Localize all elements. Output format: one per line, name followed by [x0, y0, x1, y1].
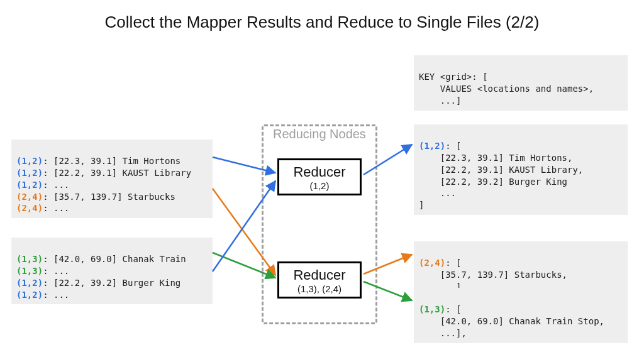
- reducer-1-title: Reducer: [283, 164, 356, 180]
- reducer-1-sub: (1,2): [283, 180, 356, 191]
- key-13: (1,3): [16, 254, 43, 264]
- reducer-1: Reducer (1,2): [277, 158, 362, 195]
- m2-l4: : ...: [43, 290, 69, 300]
- o12-l5: ...: [419, 188, 456, 198]
- reducer-2-sub: (1,3), (2,4): [283, 283, 356, 294]
- reducer-2: Reducer (1,3), (2,4): [277, 261, 362, 299]
- key-12: (1,2): [16, 156, 43, 166]
- m1-l1: : [22.3, 39.1] Tim Hortons: [43, 156, 180, 166]
- key-12: (1,2): [16, 278, 43, 288]
- o12-l2: [22.3, 39.1] Tim Hortons,: [419, 153, 572, 163]
- m2-l1: : [42.0, 69.0] Chanak Train: [43, 254, 186, 264]
- reducing-nodes-label: Reducing Nodes: [273, 127, 366, 141]
- diagram-stage: Collect the Mapper Results and Reduce to…: [0, 0, 644, 362]
- key-12: (1,2): [16, 290, 43, 300]
- m2-l3: : [22.2, 39.2] Burger King: [43, 278, 180, 288]
- schema-l1: KEY <grid>: [: [419, 72, 488, 82]
- o12-l4: [22.2, 39.2] Burger King: [419, 177, 567, 187]
- m1-l2: : [22.2, 39.1] KAUST Library: [43, 168, 191, 178]
- o12-l1: : [: [445, 141, 461, 151]
- mapper-input-2: (1,3): [42.0, 69.0] Chanak Train (1,3): …: [11, 238, 213, 304]
- page-title: Collect the Mapper Results and Reduce to…: [0, 13, 644, 32]
- o13-l3: ...],: [419, 328, 467, 338]
- key-24: (2,4): [419, 258, 445, 268]
- o24-l1: : [: [445, 258, 461, 268]
- schema-l3: ...]: [419, 96, 461, 106]
- output-12: (1,2): [ [22.3, 39.1] Tim Hortons, [22.2…: [414, 124, 628, 215]
- mapper-input-1: (1,2): [22.3, 39.1] Tim Hortons (1,2): […: [11, 140, 213, 218]
- m1-l4: : [35.7, 139.7] Starbucks: [43, 192, 175, 202]
- schema-box: KEY <grid>: [ VALUES <locations and name…: [414, 55, 628, 111]
- o24-l2: [35.7, 139.7] Starbucks,: [419, 270, 567, 280]
- key-13: (1,3): [16, 266, 43, 276]
- key-13: (1,3): [419, 304, 445, 314]
- m2-l2: : ...: [43, 266, 69, 276]
- output-13: (1,3): [ [42.0, 69.0] Chanak Train Stop,…: [414, 288, 628, 343]
- m1-l3: : ...: [43, 180, 69, 190]
- o12-l6: ]: [419, 200, 424, 210]
- key-24: (2,4): [16, 192, 43, 202]
- key-12: (1,2): [16, 168, 43, 178]
- key-12: (1,2): [419, 141, 445, 151]
- o12-l3: [22.2, 39.1] KAUST Library,: [419, 165, 583, 175]
- o13-l1: : [: [445, 304, 461, 314]
- m1-l5: : ...: [43, 203, 69, 213]
- key-24: (2,4): [16, 203, 43, 213]
- reducer-2-title: Reducer: [283, 267, 356, 283]
- schema-l2: VALUES <locations and names>,: [419, 84, 594, 94]
- o13-l2: [42.0, 69.0] Chanak Train Stop,: [419, 316, 604, 326]
- key-12: (1,2): [16, 180, 43, 190]
